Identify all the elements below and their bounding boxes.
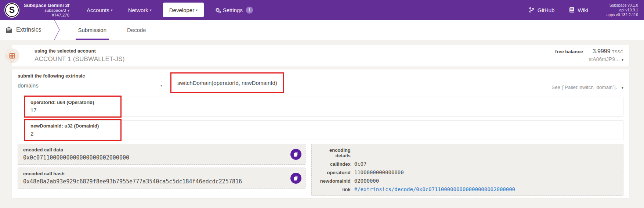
wiki-link[interactable]: Wiki bbox=[562, 0, 595, 20]
newdomainid-value: 02000000 bbox=[354, 178, 618, 184]
account-identicon[interactable] bbox=[5, 49, 19, 63]
callindex-value: 0c07 bbox=[354, 161, 618, 167]
section-tab-bar: Extrinsics Submission Decode bbox=[0, 20, 644, 40]
call-doc: See [`Pallet::switch_domain`].▾ bbox=[551, 85, 623, 93]
extrinsic-select-row: submit the following extrinsic domains ▾… bbox=[18, 72, 623, 93]
chain-path: subspace/3 bbox=[44, 8, 66, 12]
balance-block: free balance 3.9999TSSC stA86mJP9…▾ bbox=[555, 48, 623, 62]
callindex-key: callindex bbox=[317, 161, 351, 167]
chevron-down-icon: ▾ bbox=[150, 8, 152, 12]
call-select-highlighted[interactable]: switchDomain(operatorId, newDomainId) bbox=[170, 72, 284, 93]
tab-decode[interactable]: Decode bbox=[125, 20, 148, 40]
account-selector-card: using the selected account ACCOUNT 1 (SU… bbox=[12, 45, 629, 67]
param-label: operatorId: u64 (OperatorId) bbox=[30, 100, 618, 105]
tab-submission[interactable]: Submission bbox=[76, 20, 109, 40]
book-icon bbox=[569, 7, 575, 13]
param-newDomainId[interactable]: newDomainId: u32 (DomainId) 2 bbox=[25, 120, 623, 140]
extrinsic-section-label: submit the following extrinsic bbox=[18, 73, 165, 79]
section-header: Extrinsics bbox=[5, 20, 41, 40]
free-balance-value: 3.9999TSSC bbox=[593, 48, 623, 55]
github-link[interactable]: GitHub bbox=[521, 0, 562, 20]
account-address-dropdown[interactable]: stA86mJP9…▾ bbox=[555, 56, 623, 62]
main-nav: Accounts▾ Network▾ Developer▾ ⚙⚙ Setting… bbox=[79, 0, 261, 20]
chevron-down-icon: ▾ bbox=[196, 8, 198, 12]
highlight-box bbox=[24, 119, 122, 141]
operatorid-value: 1100000000000000 bbox=[354, 169, 618, 175]
newdomainid-key: newdomainid bbox=[317, 178, 351, 184]
encoded-zone: encoded call data 0x0c071100000000000000… bbox=[18, 144, 623, 196]
chevron-down-icon: ▾ bbox=[68, 8, 69, 12]
chevron-down-icon: ▾ bbox=[160, 83, 162, 87]
account-label: using the selected account bbox=[35, 48, 623, 54]
chevron-down-icon: ▾ bbox=[622, 58, 623, 62]
copy-call-data-button[interactable] bbox=[290, 149, 301, 160]
subspace-logo: S bbox=[5, 3, 19, 17]
operatorid-key: operatorid bbox=[317, 170, 351, 175]
top-bar: S Subspace Gemini 3f subspace/3▾ #747,27… bbox=[0, 0, 644, 20]
section-title: Extrinsics bbox=[16, 26, 41, 33]
apps-version: apps v0.132.2-110 bbox=[607, 12, 638, 17]
breadcrumb-chevron bbox=[54, 20, 60, 40]
encoding-details-label: encoding details bbox=[317, 147, 351, 158]
param-label: newDomainId: u32 (DomainId) bbox=[30, 123, 618, 129]
gear-icon: ⚙⚙ bbox=[215, 7, 220, 12]
chain-name: Subspace Gemini 3f bbox=[22, 3, 69, 8]
param-operatorId[interactable]: operatorId: u64 (OperatorId) 17 bbox=[25, 97, 623, 116]
extrinsic-card: submit the following extrinsic domains ▾… bbox=[12, 69, 629, 198]
extrinsics-icon bbox=[5, 26, 12, 33]
nav-developer[interactable]: Developer▾ bbox=[163, 3, 204, 17]
account-name[interactable]: ACCOUNT 1 (SUBWALLET-JS) bbox=[35, 55, 623, 63]
chevron-down-icon: ▾ bbox=[111, 8, 113, 12]
nav-network[interactable]: Network▾ bbox=[120, 0, 159, 20]
param-input[interactable]: 2 bbox=[30, 130, 618, 137]
main-content: using the selected account ACCOUNT 1 (SU… bbox=[0, 40, 644, 208]
block-number: #747,270 bbox=[22, 13, 69, 18]
encoded-call-hash-value: 0x48e8a2ab93e929c6829f8ee93b7955e777a354… bbox=[23, 178, 282, 185]
encoded-call-hash-box: encoded call hash 0x48e8a2ab93e929c6829f… bbox=[18, 168, 305, 189]
network-selector[interactable]: Subspace Gemini 3f subspace/3▾ #747,270 bbox=[22, 3, 69, 18]
pallet-value: domains bbox=[18, 82, 39, 89]
call-signature: switchDomain(operatorId, newDomainId) bbox=[177, 80, 277, 86]
encoded-call-data-value: 0x0c0711000000000000000002000000 bbox=[23, 154, 282, 161]
token-unit: TSSC bbox=[612, 50, 623, 54]
tabs: Submission Decode bbox=[68, 20, 156, 40]
api-version: api v10.9.1 bbox=[607, 8, 638, 12]
encoded-call-hash-label: encoded call hash bbox=[23, 171, 282, 177]
encoded-call-data-label: encoded call data bbox=[23, 147, 282, 153]
version-info: Subspace v0.1.0 api v10.9.1 apps v0.132.… bbox=[607, 3, 640, 17]
copy-icon bbox=[293, 151, 299, 157]
encoded-call-data-box: encoded call data 0x0c071100000000000000… bbox=[18, 144, 305, 165]
highlight-box bbox=[24, 96, 122, 118]
nav-settings[interactable]: ⚙⚙ Settings 1 bbox=[207, 0, 261, 20]
link-key: link bbox=[317, 187, 351, 192]
copy-call-hash-button[interactable] bbox=[290, 173, 301, 184]
param-input[interactable]: 17 bbox=[30, 107, 618, 113]
decode-link[interactable]: #/extrinsics/decode/0x0c0711000000000000… bbox=[354, 186, 515, 192]
account-address: stA86mJP9… bbox=[589, 56, 620, 62]
nav-accounts[interactable]: Accounts▾ bbox=[79, 0, 120, 20]
encoding-details-box: encoding details callindex 0c07 operator… bbox=[311, 144, 623, 196]
git-branch-icon bbox=[529, 7, 535, 13]
chevron-down-icon[interactable]: ▾ bbox=[621, 85, 623, 90]
pallet-select[interactable]: submit the following extrinsic domains ▾ bbox=[18, 72, 165, 93]
copy-icon bbox=[293, 175, 299, 181]
runtime-version: Subspace v0.1.0 bbox=[607, 3, 638, 8]
settings-badge: 1 bbox=[246, 7, 253, 14]
free-balance-label: free balance bbox=[555, 49, 583, 55]
